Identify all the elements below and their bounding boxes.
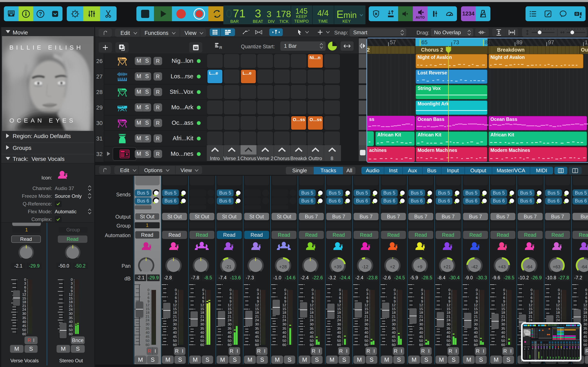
svg-text:AUTO: AUTO <box>416 16 425 19</box>
svg-text:?: ? <box>39 11 42 17</box>
svg-text:BILLIE EILISH: BILLIE EILISH <box>9 44 83 51</box>
svg-text:OCEAN EYES: OCEAN EYES <box>9 117 76 124</box>
svg-text:R: R <box>219 45 222 50</box>
